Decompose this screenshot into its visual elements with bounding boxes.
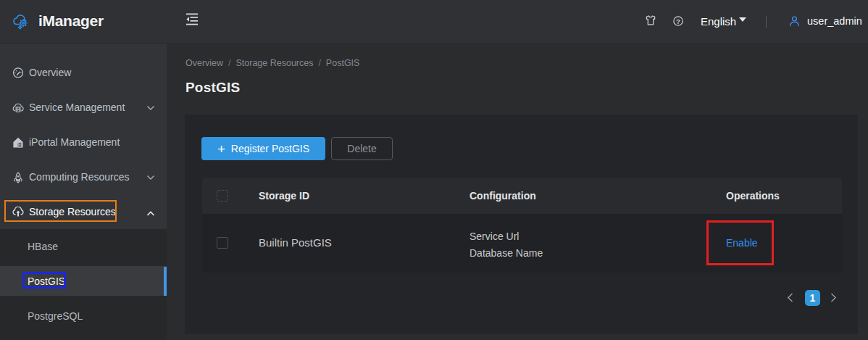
svg-text:?: ?: [676, 17, 680, 25]
